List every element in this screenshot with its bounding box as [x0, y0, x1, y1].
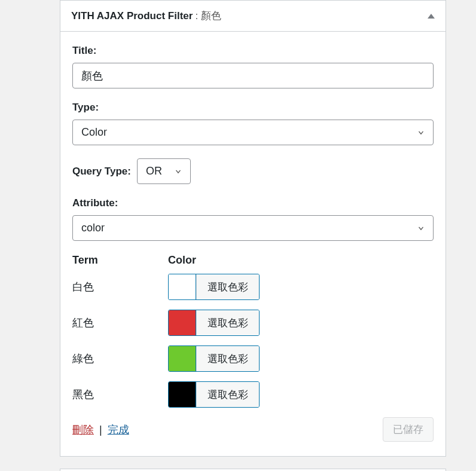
- type-select[interactable]: Color: [72, 120, 434, 145]
- term-column-header: Term: [72, 254, 168, 267]
- color-picker: 選取色彩: [168, 345, 260, 372]
- widget-header[interactable]: YITH AJAX Product Filter : 顏色: [60, 1, 446, 32]
- widget-title: YITH AJAX Product Filter : 顏色: [71, 9, 221, 23]
- term-row: 紅色 選取色彩: [72, 310, 434, 336]
- color-swatch[interactable]: [169, 310, 196, 335]
- select-color-button[interactable]: 選取色彩: [196, 346, 259, 371]
- query-type-select[interactable]: OR: [137, 158, 191, 184]
- widget-body: Title: Type: Color Query Type: OR Attrib…: [60, 32, 446, 456]
- done-link[interactable]: 完成: [108, 424, 129, 436]
- color-picker: 選取色彩: [168, 274, 260, 300]
- separator: |: [99, 424, 102, 436]
- widget-title-prefix: YITH AJAX Product Filter: [71, 10, 193, 22]
- color-swatch[interactable]: [169, 346, 196, 371]
- attribute-label: Attribute:: [72, 197, 434, 209]
- term-row: 白色 選取色彩: [72, 274, 434, 300]
- widget-title-suffix: : 顏色: [195, 9, 221, 23]
- type-label: Type:: [72, 102, 434, 114]
- title-input[interactable]: [72, 63, 434, 88]
- term-color-table: Term Color 白色 選取色彩 紅色 選取色彩: [72, 254, 434, 408]
- term-table-header: Term Color: [72, 254, 434, 267]
- widget-links: 刪除 | 完成: [72, 423, 129, 437]
- delete-link[interactable]: 刪除: [72, 424, 94, 436]
- term-name: 黑色: [72, 387, 168, 402]
- collapse-up-icon[interactable]: [428, 14, 435, 19]
- query-type-label: Query Type:: [72, 166, 131, 178]
- color-column-header: Color: [168, 254, 196, 267]
- title-label: Title:: [72, 45, 434, 57]
- select-color-button[interactable]: 選取色彩: [196, 310, 259, 335]
- color-picker: 選取色彩: [168, 310, 260, 336]
- select-color-button[interactable]: 選取色彩: [196, 274, 259, 299]
- color-swatch[interactable]: [169, 382, 196, 407]
- widget-panel: YITH AJAX Product Filter : 顏色 Title: Typ…: [60, 0, 446, 457]
- color-swatch[interactable]: [169, 274, 196, 299]
- attribute-field-group: Attribute: color: [72, 197, 434, 241]
- term-name: 紅色: [72, 316, 168, 330]
- color-picker: 選取色彩: [168, 381, 260, 408]
- next-widget-panel: [60, 469, 446, 471]
- query-type-field-group: Query Type: OR: [72, 158, 434, 184]
- term-row: 黑色 選取色彩: [72, 381, 434, 408]
- widget-actions-row: 刪除 | 完成 已儲存: [72, 417, 434, 442]
- type-field-group: Type: Color: [72, 102, 434, 145]
- saved-button: 已儲存: [383, 417, 434, 442]
- title-field-group: Title:: [72, 45, 434, 88]
- select-color-button[interactable]: 選取色彩: [196, 382, 259, 407]
- term-name: 綠色: [72, 351, 168, 366]
- term-row: 綠色 選取色彩: [72, 345, 434, 372]
- attribute-select[interactable]: color: [72, 215, 434, 241]
- term-name: 白色: [72, 280, 168, 294]
